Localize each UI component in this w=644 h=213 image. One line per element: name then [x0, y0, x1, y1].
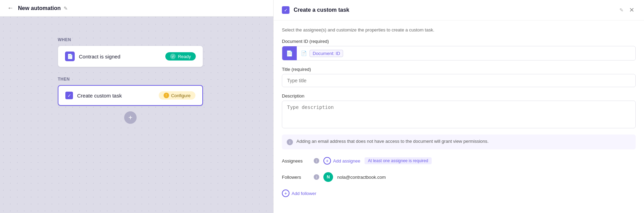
doc-id-tag: Document: ID [310, 50, 343, 57]
left-panel: ← New automation ✎ When 📄 Contract is si… [0, 0, 273, 213]
right-body: Select the assignee(s) and customize the… [274, 20, 644, 205]
configure-badge: ! Configure [159, 91, 195, 100]
doc-id-field: Document ID (required) 📄 📄 Document: ID [282, 39, 636, 61]
add-assignee-label: Add assignee [333, 158, 360, 164]
description-input[interactable] [282, 101, 636, 128]
configure-warn-icon: ! [164, 93, 169, 98]
right-header: ✓ Create a custom task ✎ ✕ [274, 0, 644, 20]
edit-title-icon[interactable]: ✎ [64, 6, 68, 11]
add-follower-plus-icon: + [282, 189, 289, 197]
doc-id-left-icon: 📄 [282, 46, 297, 60]
doc-id-label: Document ID (required) [282, 39, 636, 44]
add-assignee-button[interactable]: + Add assignee [323, 156, 360, 166]
panel-subtitle: Select the assignee(s) and customize the… [282, 27, 636, 33]
trigger-left: 📄 Contract is signed [65, 52, 120, 61]
add-assignee-plus-icon: + [323, 157, 331, 165]
title-input[interactable] [282, 74, 636, 87]
action-card[interactable]: ✓ Create custom task ! Configure [58, 85, 203, 106]
title-label: Title (required) [282, 67, 636, 72]
trigger-title: Contract is signed [79, 54, 120, 59]
action-checkbox-icon: ✓ [65, 92, 73, 99]
description-label: Description [282, 93, 636, 99]
add-follower-label: Add follower [292, 191, 316, 196]
configure-label: Configure [171, 93, 191, 98]
assignees-row: Assignees i + Add assignee At least one … [282, 156, 636, 166]
info-banner: i Adding an email address that does not … [282, 135, 636, 149]
add-follower-row: + Add follower [282, 188, 636, 198]
ready-label: Ready [178, 54, 191, 59]
when-label: When [58, 37, 273, 42]
description-field: Description [282, 93, 636, 128]
follower-avatar: N [323, 172, 333, 182]
ready-check-icon: ✓ [170, 54, 176, 59]
followers-row: Followers i N nola@contractbook.com [282, 172, 636, 182]
followers-info-icon: i [314, 174, 319, 180]
back-button[interactable]: ← [6, 3, 15, 13]
action-title: Create custom task [77, 93, 122, 99]
then-section: Then ✓ Create custom task ! Configure [58, 77, 273, 106]
close-panel-button[interactable]: ✕ [628, 5, 636, 15]
assignees-info-icon: i [314, 158, 319, 164]
right-panel: ✓ Create a custom task ✎ ✕ Select the as… [273, 0, 644, 213]
add-follower-button[interactable]: + Add follower [282, 188, 316, 198]
right-edit-icon[interactable]: ✎ [619, 7, 624, 13]
action-left: ✓ Create custom task [65, 92, 122, 99]
then-label: Then [58, 77, 273, 82]
trigger-card[interactable]: 📄 Contract is signed ✓ Ready [58, 46, 203, 67]
info-text: Adding an email address that does not ha… [296, 139, 489, 144]
trigger-doc-icon: 📄 [65, 52, 75, 61]
right-panel-title: Create a custom task [294, 7, 615, 13]
title-field: Title (required) [282, 67, 636, 87]
assignees-label: Assignees [282, 158, 310, 164]
followers-label: Followers [282, 175, 310, 180]
follower-email: nola@contractbook.com [337, 175, 386, 180]
ready-badge: ✓ Ready [165, 52, 196, 61]
add-action-button[interactable]: + [124, 111, 137, 124]
doc-id-value: 📄 Document: ID [297, 50, 635, 57]
top-bar: ← New automation ✎ [0, 0, 273, 17]
required-badge: At least one assignee is required [365, 157, 432, 164]
info-icon: i [287, 139, 293, 145]
doc-id-file-icon: 📄 [301, 50, 307, 56]
canvas-area: When 📄 Contract is signed ✓ Ready Then ✓… [0, 17, 273, 213]
page-title: New automation [18, 5, 61, 11]
right-checkbox-icon: ✓ [282, 6, 289, 14]
doc-id-row: 📄 📄 Document: ID [282, 46, 636, 61]
